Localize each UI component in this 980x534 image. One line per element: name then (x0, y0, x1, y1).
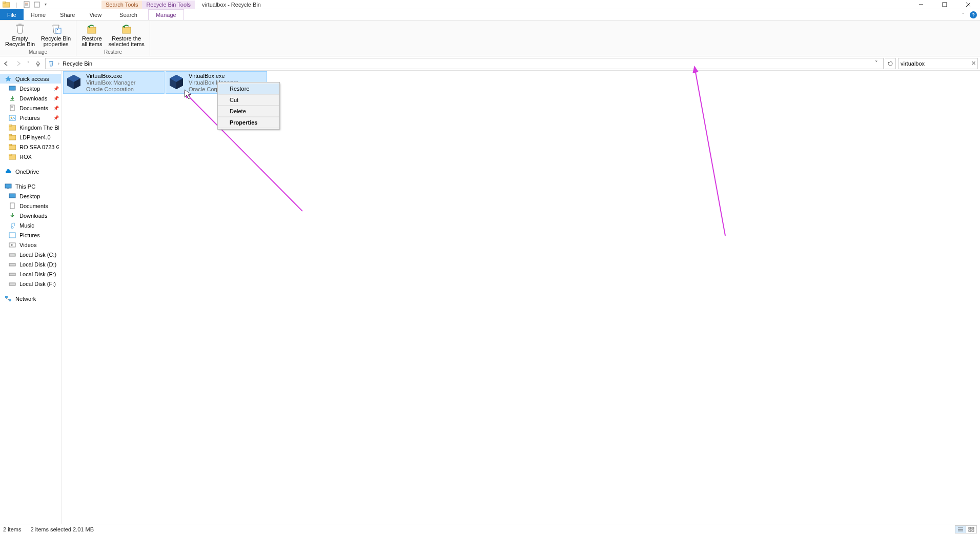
restore-all-label: Restore all items (81, 36, 102, 47)
context-menu-properties[interactable]: Properties (218, 117, 279, 128)
address-history-dropdown[interactable]: ˅ (872, 60, 881, 67)
svg-rect-33 (9, 134, 12, 136)
sidebar-this-pc[interactable]: This PC (0, 181, 61, 191)
sidebar-item-label: RO SEA 0723 GVG EI (19, 144, 59, 150)
ribbon-group-restore-label: Restore (104, 49, 122, 56)
quick-access-toolbar: | ▾ (0, 1, 50, 9)
search-box[interactable]: ✕ (898, 58, 978, 69)
sidebar-item-label: Downloads (19, 213, 59, 219)
sidebar-item-label: Local Disk (F:) (19, 281, 59, 287)
file-item[interactable]: VirtualBox.exe VirtualBox Manager Oracle… (64, 72, 164, 93)
properties-qat-icon[interactable] (23, 1, 31, 9)
sidebar-item-pc-downloads[interactable]: Downloads (0, 211, 61, 220)
tab-share[interactable]: Share (53, 9, 82, 20)
sidebar-item-pc-music[interactable]: Music (0, 220, 61, 230)
pictures-icon (8, 232, 16, 239)
tab-manage[interactable]: Manage (148, 9, 184, 20)
breadcrumb-sep-icon[interactable]: › (58, 61, 59, 66)
recycle-bin-small-icon (48, 60, 55, 67)
context-tab-search-tools[interactable]: Search Tools (101, 1, 142, 9)
sidebar-item-desktop[interactable]: Desktop 📌 (0, 84, 61, 93)
sidebar-item-pc-desktop[interactable]: Desktop (0, 191, 61, 201)
file-name: VirtualBox.exe (189, 73, 238, 79)
maximize-button[interactable] (933, 0, 956, 9)
sidebar-item-label: Downloads (19, 95, 50, 101)
sidebar-item-pictures[interactable]: Pictures 📌 (0, 113, 61, 122)
tab-search[interactable]: Search (112, 9, 145, 20)
close-button[interactable] (956, 0, 980, 9)
nav-history-dropdown[interactable]: ˅ (25, 57, 32, 70)
sidebar-item-pc-documents[interactable]: Documents (0, 201, 61, 211)
virtualbox-app-icon (65, 73, 83, 91)
sidebar-item-label: Documents (19, 105, 50, 111)
sidebar-item-drive-c[interactable]: Local Disk (C:) (0, 250, 61, 259)
desktop-icon (8, 85, 16, 92)
svg-rect-6 (34, 2, 39, 7)
sidebar-item-folder[interactable]: LDPlayer4.0 (0, 132, 61, 142)
tab-home[interactable]: Home (24, 9, 53, 20)
pin-icon: 📌 (53, 115, 59, 120)
sidebar-item-label: LDPlayer4.0 (19, 134, 59, 140)
view-details-button[interactable] (955, 525, 966, 533)
qat-customize-icon[interactable]: ▾ (43, 2, 48, 7)
sidebar-item-label: Local Disk (D:) (19, 261, 59, 268)
context-menu-delete[interactable]: Delete (218, 106, 279, 117)
nav-forward-button[interactable] (12, 57, 25, 70)
sidebar-item-pc-pictures[interactable]: Pictures (0, 230, 61, 240)
sidebar-item-pc-videos[interactable]: Videos (0, 240, 61, 250)
help-icon[interactable]: ? (970, 11, 977, 18)
sidebar-item-folder[interactable]: RO SEA 0723 GVG EI (0, 142, 61, 152)
ribbon-collapse-icon[interactable]: ˄ (962, 12, 965, 17)
sidebar-onedrive-label: OneDrive (15, 169, 59, 175)
sidebar-item-drive-e[interactable]: Local Disk (E:) (0, 269, 61, 279)
refresh-button[interactable] (885, 58, 896, 69)
context-menu-cut[interactable]: Cut (218, 94, 279, 106)
breadcrumb-location[interactable]: Recycle Bin (63, 60, 92, 67)
search-clear-icon[interactable]: ✕ (971, 60, 976, 67)
ribbon-group-restore: Restore all items Restore the selected i… (76, 20, 150, 56)
restore-all-button[interactable]: Restore all items (78, 20, 105, 47)
svg-rect-64 (969, 530, 971, 531)
context-tab-recycle-bin-tools[interactable]: Recycle Bin Tools (142, 1, 195, 9)
nav-up-button[interactable] (32, 57, 44, 70)
sidebar-network[interactable]: Network (0, 294, 61, 303)
empty-recycle-bin-label: Empty Recycle Bin (5, 36, 35, 47)
sidebar-item-label: Documents (19, 203, 59, 209)
svg-rect-42 (9, 233, 15, 238)
ribbon-group-manage-label: Manage (29, 49, 47, 56)
svg-rect-37 (9, 154, 12, 155)
sidebar-item-folder[interactable]: ROX (0, 152, 61, 161)
sidebar-item-documents[interactable]: Documents 📌 (0, 103, 61, 113)
pin-icon: 📌 (53, 86, 59, 91)
sidebar-item-label: Kingdom The Blood (19, 125, 59, 131)
sidebar-item-downloads[interactable]: Downloads 📌 (0, 93, 61, 103)
pin-icon: 📌 (53, 96, 59, 101)
status-bar: 2 items 2 items selected 2.01 MB (0, 524, 980, 534)
window-title: virtualbox - Recycle Bin (202, 2, 261, 8)
recycle-bin-properties-button[interactable]: Recycle Bin properties (38, 20, 74, 47)
context-menu-restore[interactable]: Restore (218, 84, 279, 94)
nav-back-button[interactable] (0, 57, 12, 70)
sidebar-onedrive[interactable]: OneDrive (0, 167, 61, 176)
sidebar-item-drive-f[interactable]: Local Disk (F:) (0, 279, 61, 289)
sidebar-quick-access[interactable]: Quick access (0, 74, 61, 84)
qat-item-icon[interactable] (33, 1, 41, 9)
drive-icon (8, 271, 16, 278)
address-field[interactable]: › Recycle Bin ˅ (45, 58, 884, 69)
sidebar-item-folder[interactable]: Kingdom The Blood (0, 122, 61, 132)
videos-icon (8, 241, 16, 249)
minimize-button[interactable] (909, 0, 933, 9)
tab-file[interactable]: File (0, 9, 24, 20)
ribbon: Empty Recycle Bin Recycle Bin properties… (0, 20, 980, 56)
content-pane[interactable]: VirtualBox.exe VirtualBox Manager Oracle… (62, 71, 980, 524)
svg-rect-38 (5, 184, 11, 188)
restore-all-icon (85, 23, 99, 35)
recycle-bin-properties-label: Recycle Bin properties (41, 36, 71, 47)
sidebar-item-drive-d[interactable]: Local Disk (D:) (0, 259, 61, 269)
search-input[interactable] (901, 60, 971, 67)
tab-view[interactable]: View (82, 9, 109, 20)
restore-selected-button[interactable]: Restore the selected items (106, 20, 148, 47)
view-large-icons-button[interactable] (966, 525, 977, 533)
empty-recycle-bin-button[interactable]: Empty Recycle Bin (2, 20, 38, 47)
navigation-pane[interactable]: Quick access Desktop 📌 Downloads 📌 Docum… (0, 71, 62, 524)
